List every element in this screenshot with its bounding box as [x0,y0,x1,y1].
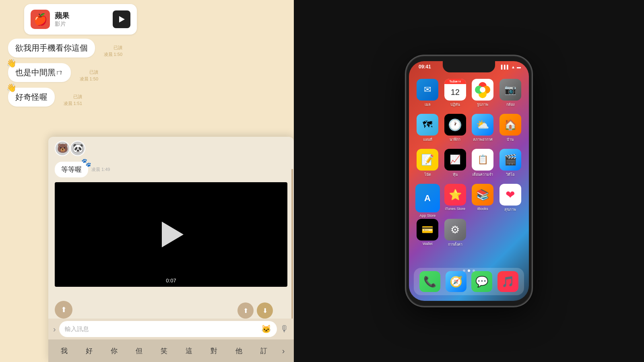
big-play-icon [162,222,184,247]
ibooks-label: iBooks [477,207,488,211]
battery-icon: ▬ [517,65,521,69]
msg-read-1: 已讀 [114,45,122,51]
safari-icon: 🧭 [450,276,462,288]
reminders-icon: 📋 [472,149,493,171]
video-card-icon: 🍎 [31,10,50,29]
key-5[interactable]: 笑 [157,345,171,357]
emoji-picker-icon[interactable]: 🐱 [261,324,271,334]
weather-icon: ⛅ [472,114,493,136]
avatar-1: 🐻 [55,141,70,156]
chat-overlay: 🐻 🐼 等等喔 🐾 凌晨 1:49 0:07 ⬆ ⬆ ⬇ [48,137,294,362]
share-icon-left: ⬆ [61,305,67,314]
app-settings[interactable]: ⚙ การตั้งค่า [443,219,468,247]
key-2[interactable]: 好 [83,345,96,357]
ibooks-icon: 📚 [472,184,493,206]
message-row-2: 已讀 凌晨 1:50 👋 也是中間黑ㄇ [0,63,294,82]
app-clock[interactable]: 🕐 นาฬิกา [443,114,468,142]
chat-panel: 🍎 蘋果 影片 已讀 凌晨 1:50 欲我用手機看你這個 已讀 凌晨 1:50 … [0,0,294,362]
photos-icon [472,79,493,101]
expand-button[interactable]: › [53,325,56,334]
input-field[interactable]: 輸入訊息 🐱 [59,321,277,337]
notch [443,61,495,72]
maps-label: แผนที่ [423,137,432,142]
app-wallet[interactable]: 💳 Wallet [415,219,440,247]
scrollbar[interactable] [291,169,293,330]
msg-time-3: 凌晨 1:51 [64,101,82,107]
download-button[interactable]: ⬇ [257,302,273,319]
keyboard-expand[interactable]: › [282,346,285,356]
app-camera[interactable]: 📷 กล้อง [498,79,523,107]
dock-messages[interactable]: 💬 [471,271,492,292]
bubble-emoji-2: 👋 [6,58,17,68]
app-ibooks[interactable]: 📚 iBooks [471,184,495,212]
calendar-num: 12 [444,84,466,101]
photos-label: รูปภาพ [477,102,488,107]
overlay-time: 凌晨 1:49 [91,167,110,173]
avatar-emoji-2: 🐼 [72,143,83,154]
app-notes[interactable]: 📝 โน้ต [415,149,440,177]
msg-meta-2: 已讀 凌晨 1:50 [74,69,98,82]
calendar-label: ปฏิทัน [450,102,460,107]
notes-icon: 📝 [417,149,438,171]
key-4[interactable]: 但 [132,345,146,357]
wifi-icon: ▲ [511,65,515,69]
key-8[interactable]: 他 [232,345,246,357]
app-photos[interactable]: รูปภาพ [471,79,495,107]
app-clips[interactable]: 🎬 วิดีโอ [498,149,523,177]
status-icons: ▌▌▌ ▲ ▬ [501,65,521,69]
app-stocks[interactable]: 📈 หุ้น [443,149,468,177]
key-1[interactable]: 我 [58,345,71,357]
msg-read-2: 已讀 [89,69,98,75]
app-reminders[interactable]: 📋 เตือนความจำ [471,149,495,177]
app-maps[interactable]: 🗺 แผนที่ [415,114,440,142]
video-play-button[interactable] [113,10,130,28]
video-player[interactable]: 0:07 [55,182,287,287]
bubble-emoji-3: 👋 [6,83,17,93]
app-itunesstore[interactable]: ⭐ iTunes Store [443,184,468,212]
mic-button[interactable]: 🎙 [280,324,289,334]
app-home[interactable]: 🏠 บ้าน [498,114,523,142]
settings-label: การตั้งค่า [448,242,462,247]
video-card[interactable]: 🍎 蘋果 影片 [24,4,137,35]
notes-label: โน้ต [424,172,431,177]
dock: 📞 🧭 💬 🎵 [414,268,524,295]
svg-text:A: A [424,193,431,203]
app-appstore[interactable]: A App Store [415,184,440,212]
app-weather[interactable]: ⛅ สภาพอากาศ [471,114,495,142]
share-button-left[interactable]: ⬆ [55,301,72,319]
avatar-emoji-1: 🐻 [57,143,68,154]
dock-safari[interactable]: 🧭 [446,271,466,292]
share-button-right[interactable]: ⬆ [237,302,254,319]
msg-time-1: 凌晨 1:50 [104,51,122,58]
app-health[interactable]: ❤ สุขภาพ [498,184,523,212]
calendar-top: วันอังคาร [444,79,466,84]
msg-time-2: 凌晨 1:50 [80,76,98,82]
weather-label: สภาพอากาศ [473,137,493,142]
overlay-header: 🐻 🐼 [48,137,294,160]
input-bar: › 輸入訊息 🐱 🎙 [48,319,294,339]
key-3[interactable]: 你 [107,345,121,357]
appstore-label: App Store [419,214,436,218]
msg-meta-3: 已讀 凌晨 1:51 [58,94,82,107]
health-icon: ❤ [500,184,521,206]
key-6[interactable]: 這 [182,345,196,357]
app-mail[interactable]: ✉ เมล [415,79,440,107]
phone-icon: 📞 [423,276,436,288]
key-7[interactable]: 對 [207,345,221,357]
stocks-label: หุ้น [453,172,458,177]
bubble-1: 欲我用手機看你這個 [8,39,95,58]
camera-icon: 📷 [500,79,521,101]
overlay-bubble: 等等喔 🐾 [55,162,88,177]
keyboard-area: 我 好 你 但 笑 這 對 他 訂 › [48,339,294,362]
key-9[interactable]: 訂 [257,345,270,357]
home-icon: 🏠 [500,114,521,136]
overlay-bubble-emoji: 🐾 [81,158,91,167]
home-label: บ้าน [507,137,514,142]
dock-music[interactable]: 🎵 [497,271,518,292]
messages-icon: 💬 [475,276,488,288]
dock-phone[interactable]: 📞 [419,271,440,292]
camera-label: กล้อง [506,102,514,107]
itunesstore-icon: ⭐ [444,184,466,206]
maps-icon: 🗺 [417,114,438,136]
app-calendar[interactable]: วันอังคาร 12 ปฏิทัน [443,79,468,107]
